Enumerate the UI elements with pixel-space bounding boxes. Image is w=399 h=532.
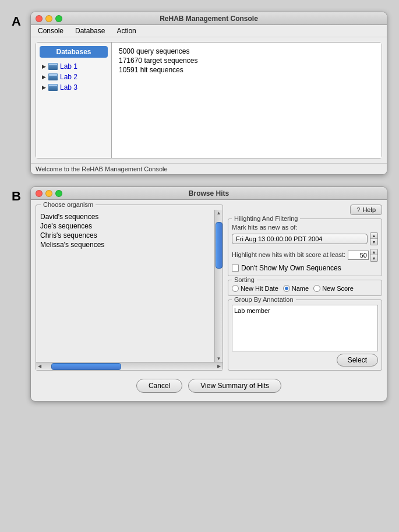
db-item-lab3[interactable]: ▶ Lab 3 [40,82,108,93]
window-a-title: ReHAB Management Console [160,15,258,23]
help-row: ? Help [228,205,382,215]
info-panel: 5000 query sequences 171670 target seque… [112,43,382,158]
score-row: Highlight new hits with bit score at lea… [232,249,378,262]
list-item[interactable]: Chris's sequences [38,231,212,240]
horizontal-scrollbar[interactable]: ◀ ▶ [36,362,223,370]
zoom-button-b[interactable] [55,190,62,197]
triangle-icon: ▶ [42,74,46,80]
info-line-1: 5000 query sequences [119,47,375,55]
status-bar-a: Welcome to the ReHAB Management Console [31,163,387,174]
date-select[interactable]: Fri Aug 13 00:00:00 PDT 2004 [232,234,368,244]
radio-label-new-score: New Score [322,285,354,292]
db-item-lab1[interactable]: ▶ Lab 1 [40,61,108,72]
score-input[interactable] [348,251,369,260]
db-label-lab2: Lab 2 [60,73,77,81]
menu-console[interactable]: Console [36,26,66,36]
score-stepper[interactable]: ▲ ▼ [370,249,378,262]
triangle-icon: ▶ [42,84,46,90]
sorting-legend: Sorting [232,276,257,283]
title-bar-a: ReHAB Management Console [31,12,387,25]
menu-database[interactable]: Database [73,26,107,36]
window-b-title: Browse Hits [189,189,229,198]
scrollbar-thumb-horiz[interactable] [51,363,121,370]
databases-header: Databases [40,46,108,58]
section-b: B Browse Hits Choose organism David's se… [12,186,387,401]
menu-bar-a: Console Database Action [31,25,387,37]
organism-panel: Choose organism David's sequences Joe's … [36,205,223,371]
list-item[interactable]: Melissa's sequences [38,240,212,249]
window-a-content: Databases ▶ Lab 1 ▶ Lab 2 ▶ Lab 3 [36,42,382,158]
list-scroll-wrapper: David's sequences Joe's sequences Chris'… [36,210,223,362]
sorting-radio-row: New Hit Date Name New Score [232,285,378,292]
select-btn-row: Select [232,354,378,367]
stepper-down-icon[interactable]: ▼ [370,239,377,245]
sorting-group: Sorting New Hit Date Name [228,280,382,296]
annotation-item[interactable]: Lab member [234,307,376,314]
close-button-a[interactable] [36,15,43,22]
browse-main: Choose organism David's sequences Joe's … [36,205,382,371]
minimize-button-a[interactable] [45,15,52,22]
menu-action[interactable]: Action [114,26,138,36]
list-item[interactable]: Joe's sequences [38,221,212,231]
help-button-label: Help [362,206,376,213]
minimize-button-b[interactable] [45,190,52,197]
window-b: Browse Hits Choose organism David's sequ… [30,186,387,401]
scroll-down-icon[interactable]: ▼ [215,355,223,362]
radio-circle-new-hit-date[interactable] [232,285,239,292]
db-label-lab3: Lab 3 [60,83,77,91]
right-panel: ? Help Hilighting And Filtering Mark hit… [228,205,382,371]
list-item[interactable]: David's sequences [38,212,212,221]
close-button-b[interactable] [36,190,43,197]
choose-organism-legend: Choose organism [41,201,96,208]
scroll-left-icon[interactable]: ◀ [36,363,43,369]
stepper-up-icon[interactable]: ▲ [370,233,377,239]
scrollbar-thumb-vert[interactable] [216,222,223,269]
radio-label-new-hit-date: New Hit Date [241,285,278,292]
filtering-legend: Hilighting And Filtering [232,215,300,222]
organism-list[interactable]: David's sequences Joe's sequences Chris'… [36,210,214,362]
radio-name[interactable]: Name [283,285,309,292]
score-stepper-down-icon[interactable]: ▼ [370,255,377,261]
db-icon-lab1 [48,63,58,70]
title-bar-b: Browse Hits [31,187,387,200]
zoom-button-a[interactable] [55,15,62,22]
radio-circle-name[interactable] [283,285,290,292]
info-line-3: 10591 hit sequences [119,66,375,74]
radio-circle-new-score[interactable] [313,285,320,292]
annotation-legend: Group By Annotation [232,296,296,303]
score-stepper-up-icon[interactable]: ▲ [370,249,377,255]
date-value: Fri Aug 13 00:00:00 PDT 2004 [236,235,322,242]
db-item-lab2[interactable]: ▶ Lab 2 [40,72,108,82]
db-label-lab1: Lab 1 [60,62,77,71]
mark-hits-label: Mark hits as new as of: [232,224,378,231]
annotation-list[interactable]: Lab member [232,305,378,351]
radio-new-score[interactable]: New Score [313,285,354,292]
select-button[interactable]: Select [337,354,378,367]
radio-label-name: Name [292,285,309,292]
dont-show-row: Don't Show My Own Sequences [232,264,378,272]
choose-organism-group: Choose organism David's sequences Joe's … [36,205,223,371]
vertical-scrollbar[interactable]: ▲ ▼ [214,210,223,362]
scroll-right-icon[interactable]: ▶ [216,363,223,369]
dont-show-label: Don't Show My Own Sequences [241,264,341,272]
filtering-group: Hilighting And Filtering Mark hits as ne… [228,219,382,276]
traffic-lights-a [36,15,62,22]
section-a-label: A [12,14,26,29]
help-icon: ? [356,206,360,213]
highlight-label: Highlight new hits with bit score at lea… [232,251,345,258]
dont-show-checkbox[interactable] [232,265,239,272]
info-line-2: 171670 target sequences [119,57,375,65]
window-a: ReHAB Management Console Console Databas… [30,12,387,175]
help-button[interactable]: ? Help [350,205,382,215]
date-stepper[interactable]: ▲ ▼ [370,232,378,245]
annotation-group: Group By Annotation Lab member Select [228,300,382,371]
cancel-button[interactable]: Cancel [136,379,182,393]
score-value-box: ▲ ▼ [348,249,378,262]
radio-new-hit-date[interactable]: New Hit Date [232,285,278,292]
date-select-row: Fri Aug 13 00:00:00 PDT 2004 ▲ ▼ [232,232,378,245]
view-summary-button[interactable]: View Summary of Hits [188,379,281,393]
section-b-label: B [12,189,26,204]
scroll-up-icon[interactable]: ▲ [215,210,223,216]
traffic-lights-b [36,190,62,197]
db-icon-lab3 [48,84,58,91]
